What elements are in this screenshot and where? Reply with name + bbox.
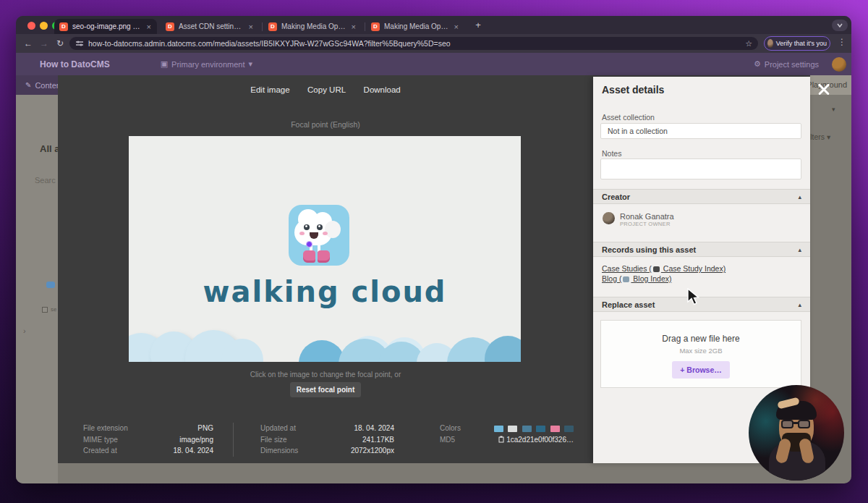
edit-image-button[interactable]: Edit image (250, 85, 289, 94)
forward-icon[interactable]: → (38, 37, 51, 50)
file-dropzone[interactable]: Drag a new file here Max size 2GB + Brow… (600, 320, 801, 388)
creator-name: Ronak Ganatra (620, 212, 674, 221)
blog-index-icon (623, 276, 629, 282)
tab-asset-cdn-settings[interactable]: D Asset CDN settings | Project × (161, 19, 259, 34)
tab-title: seo-og-image.png | Media A (72, 22, 142, 30)
profile-avatar-icon (767, 39, 773, 48)
metadata-divider (233, 423, 234, 457)
meta-label: Dimensions (260, 447, 298, 455)
tab-title: Asset CDN settings | Project (179, 22, 244, 30)
notes-textarea[interactable] (600, 158, 801, 179)
datocms-favicon: D (371, 22, 380, 31)
cloud-app-icon (289, 205, 349, 266)
section-replace-asset[interactable]: Replace asset ▴ (593, 297, 810, 312)
tab-media-optimization-2[interactable]: D Making Media Optimization a × (366, 19, 464, 34)
verify-identity-button[interactable]: Verify that it's you (764, 36, 830, 51)
asset-image-preview[interactable]: walking cloud (129, 136, 521, 362)
record-link-case-studies[interactable]: Case Studies ( Case Study Index) (602, 264, 726, 273)
meta-value: image/png (179, 436, 213, 444)
tab-media-asset[interactable]: D seo-og-image.png | Media A × (54, 19, 157, 34)
copy-url-button[interactable]: Copy URL (307, 85, 346, 94)
asset-collection-input[interactable] (600, 123, 801, 139)
copy-icon[interactable] (498, 436, 504, 443)
sidebar-heading-all-assets: All a (40, 143, 58, 154)
sidebar-checkbox[interactable] (42, 307, 48, 313)
webcam-glasses-bridge (793, 422, 799, 424)
tab-close-icon[interactable]: × (146, 22, 152, 31)
record-link-blog[interactable]: Blog ( Blog Index) (602, 274, 671, 283)
browse-button[interactable]: + Browse… (672, 361, 729, 379)
focal-point-hint: Click on the image to change the focal p… (58, 371, 593, 379)
mouse-cursor (686, 288, 702, 307)
desktop: D seo-og-image.png | Media A × D Asset C… (0, 0, 868, 503)
tab-title: Making Media Optimization a (281, 22, 346, 30)
meta-value: PNG (197, 424, 213, 432)
section-records[interactable]: Records using this asset ▴ (593, 242, 810, 257)
datocms-favicon: D (166, 22, 174, 31)
tab-separator (365, 22, 365, 31)
tab-close-icon[interactable]: × (248, 22, 254, 31)
pencil-icon: ✎ (25, 81, 31, 89)
tab-strip: D seo-og-image.png | Media A × D Asset C… (16, 16, 851, 34)
download-button[interactable]: Download (364, 85, 401, 94)
window-minimize-button[interactable] (40, 22, 48, 30)
collapse-icon[interactable]: ▴ (798, 301, 801, 308)
replace-section-label: Replace asset (602, 300, 655, 309)
metadata-column-2: Updated at18. 04. 2024 File size241.17KB… (260, 423, 394, 457)
project-settings-link[interactable]: Project settings (765, 60, 819, 69)
walking-cloud-wordmark: walking cloud (129, 275, 521, 308)
tab-close-icon[interactable]: × (454, 22, 459, 31)
color-swatch (494, 426, 503, 432)
environment-selector[interactable]: Primary environment (171, 60, 244, 69)
back-icon[interactable]: ← (22, 37, 35, 50)
caret-down-icon: ▾ (827, 132, 830, 141)
record-link-text: Case Studies ( (602, 264, 652, 273)
tab-title: Making Media Optimization a (384, 22, 449, 30)
browser-toolbar: ← → ↻ how-to-datocms.admin.datocms.com/m… (16, 34, 851, 53)
dropzone-maxsize: Max size 2GB (601, 347, 801, 355)
collapse-icon[interactable]: ▴ (798, 193, 801, 200)
tab-close-icon[interactable]: × (351, 22, 357, 31)
site-title: How to DatoCMS (40, 59, 110, 69)
url-text: how-to-datocms.admin.datocms.com/media/a… (88, 39, 741, 48)
modal-actions: Edit image Copy URL Download (58, 83, 593, 96)
verify-label: Verify that it's you (776, 40, 827, 47)
collapse-icon[interactable]: ▴ (798, 246, 801, 253)
notes-label: Notes (602, 149, 621, 158)
focal-point-marker[interactable] (306, 241, 312, 248)
record-link-text: Case Study Index) (661, 264, 726, 273)
asset-collection-label: Asset collection (602, 113, 655, 122)
panel-title: Asset details (602, 84, 664, 96)
case-study-index-icon (653, 266, 660, 272)
meta-value: 18. 04. 2024 (354, 424, 394, 432)
meta-value: 241.17KB (362, 436, 394, 444)
window-close-button[interactable] (27, 22, 35, 30)
reset-focal-point-button[interactable]: Reset focal point (290, 382, 362, 397)
sidebar-search-input[interactable]: Searc (35, 176, 56, 185)
section-creator[interactable]: Creator ▴ (593, 189, 810, 204)
creator-avatar (603, 212, 615, 224)
md5-value[interactable]: 1ca2d21e0f00f326… (498, 436, 574, 444)
color-swatch (536, 426, 545, 432)
close-panel-icon[interactable] (817, 83, 830, 96)
media-sidebar-dimmed: All a Searc se › (16, 95, 58, 483)
color-swatches (493, 422, 574, 435)
browser-menu-icon[interactable]: ⋮ (838, 37, 846, 47)
tab-media-optimization-1[interactable]: D Making Media Optimization a × (263, 19, 362, 34)
color-swatch (508, 426, 517, 432)
sidebar-collapse-chevron[interactable]: › (23, 326, 26, 335)
datocms-favicon: D (268, 22, 277, 31)
bookmark-star-icon[interactable]: ☆ (745, 39, 752, 48)
new-tab-button[interactable]: + (472, 19, 485, 32)
md5-label: MD5 (440, 436, 455, 444)
user-avatar[interactable] (832, 57, 846, 72)
meta-value: 18. 04. 2024 (173, 447, 213, 455)
webcam-glasses-right (798, 420, 810, 428)
webcam-overlay (749, 385, 844, 481)
reload-icon[interactable]: ↻ (54, 37, 67, 50)
site-info-icon[interactable] (75, 39, 84, 48)
address-bar[interactable]: how-to-datocms.admin.datocms.com/media/a… (69, 37, 758, 50)
records-section-label: Records using this asset (602, 245, 696, 254)
upload-icon (46, 282, 55, 288)
tab-search-button[interactable] (832, 20, 848, 31)
